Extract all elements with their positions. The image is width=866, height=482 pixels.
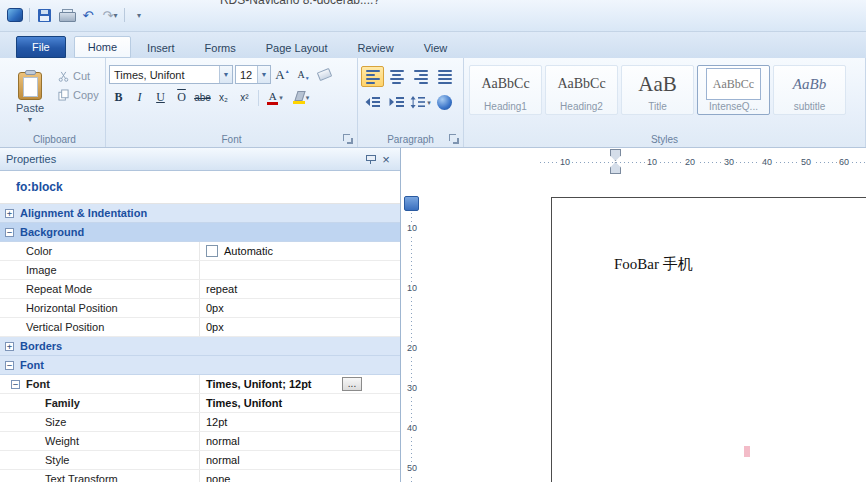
paste-button[interactable]: Paste ▼ xyxy=(7,61,53,129)
copy-button[interactable]: Copy xyxy=(58,89,99,101)
property-value[interactable]: normal xyxy=(200,451,400,469)
property-value[interactable]: 12pt xyxy=(200,413,400,431)
color-swatch[interactable] xyxy=(206,245,218,257)
chevron-down-icon[interactable]: ▼ xyxy=(257,66,270,83)
collapse-icon[interactable]: − xyxy=(5,361,14,370)
decrease-indent-button[interactable] xyxy=(361,92,384,113)
superscript-button[interactable]: x² xyxy=(235,88,254,107)
property-row-horizontal-position[interactable]: Horizontal Position0px xyxy=(0,299,400,318)
category-row-font[interactable]: −Font xyxy=(0,356,400,375)
font-family-select[interactable]: Times, Unifont ▼ xyxy=(109,65,233,84)
style-item-heading2[interactable]: AaBbCcHeading2 xyxy=(545,65,618,115)
property-value[interactable]: none xyxy=(200,470,400,482)
property-value[interactable]: 0px xyxy=(200,318,400,336)
property-name: Horizontal Position xyxy=(0,299,200,317)
vertical-ruler[interactable]: 101020304050 xyxy=(403,196,420,482)
document-text[interactable]: FooBar 手机 xyxy=(614,255,693,274)
italic-button[interactable]: I xyxy=(130,88,149,107)
align-left-button[interactable] xyxy=(361,66,384,87)
separator xyxy=(29,8,30,22)
property-row-text-transform[interactable]: Text Transformnone xyxy=(0,470,400,482)
paragraph-group-footer: Paragraph xyxy=(361,131,460,147)
qat-customize-button[interactable]: ▾ xyxy=(130,6,148,24)
ruler-handle[interactable] xyxy=(404,196,419,211)
increase-indent-button[interactable] xyxy=(385,92,408,113)
refresh-button[interactable] xyxy=(433,92,456,113)
subscript-button[interactable]: x₂ xyxy=(214,88,233,107)
style-item-title[interactable]: AaBTitle xyxy=(621,65,694,115)
justify-button[interactable] xyxy=(433,66,456,87)
property-row-color[interactable]: ColorAutomatic xyxy=(0,242,400,261)
property-name: Style xyxy=(0,451,200,469)
property-value[interactable] xyxy=(200,261,400,279)
underline-button[interactable]: U xyxy=(151,88,170,107)
overline-button[interactable]: O xyxy=(172,88,191,107)
tab-forms[interactable]: Forms xyxy=(191,36,250,58)
property-row-weight[interactable]: Weightnormal xyxy=(0,432,400,451)
property-value[interactable]: normal xyxy=(200,432,400,450)
property-row-font[interactable]: −FontTimes, Unifont; 12pt... xyxy=(0,375,400,394)
property-row-repeat-mode[interactable]: Repeat Moderepeat xyxy=(0,280,400,299)
highlight-button[interactable]: ▾ xyxy=(289,88,313,107)
align-right-button[interactable] xyxy=(409,66,432,87)
collapse-icon[interactable]: − xyxy=(5,228,14,237)
style-item-subtitle[interactable]: AaBbsubtitle xyxy=(773,65,846,115)
font-dialog-launcher[interactable] xyxy=(343,134,353,144)
tab-file[interactable]: File xyxy=(16,36,66,58)
category-row-background[interactable]: −Background xyxy=(0,223,400,242)
horizontal-ruler[interactable]: 10102030405060 xyxy=(540,149,866,175)
property-row-size[interactable]: Size12pt xyxy=(0,413,400,432)
tab-page-layout[interactable]: Page Layout xyxy=(252,36,342,58)
property-value[interactable]: Times, Unifont xyxy=(200,394,400,412)
undo-button[interactable]: ↶ xyxy=(79,6,97,24)
grow-font-button[interactable]: A▲ xyxy=(273,65,292,84)
chevron-down-icon[interactable]: ▼ xyxy=(219,66,232,83)
expand-icon[interactable]: + xyxy=(5,209,14,218)
property-value[interactable]: repeat xyxy=(200,280,400,298)
shrink-font-letter: A xyxy=(297,69,304,80)
tab-home[interactable]: Home xyxy=(74,36,131,58)
expand-icon[interactable]: + xyxy=(5,342,14,351)
line-spacing-button[interactable]: ▾ xyxy=(409,92,432,113)
tab-view[interactable]: View xyxy=(410,36,462,58)
tab-review[interactable]: Review xyxy=(344,36,408,58)
styles-group-content: AaBbCcHeading1AaBbCcHeading2AaBTitleAaBb… xyxy=(467,61,862,131)
font-color-button[interactable]: A ▾ xyxy=(263,88,287,107)
category-row-alignment-indentation[interactable]: +Alignment & Indentation xyxy=(0,204,400,223)
property-row-family[interactable]: FamilyTimes, Unifont xyxy=(0,394,400,413)
increase-indent-icon xyxy=(389,96,405,109)
save-button[interactable] xyxy=(35,6,53,24)
category-row-borders[interactable]: +Borders xyxy=(0,337,400,356)
paragraph-row-1 xyxy=(361,66,460,87)
property-value[interactable]: Times, Unifont; 12pt... xyxy=(200,375,400,393)
font-size-select[interactable]: 12 ▼ xyxy=(235,65,271,84)
property-value[interactable]: Automatic xyxy=(200,242,400,260)
document-page[interactable]: FooBar 手机 xyxy=(551,197,866,482)
ellipsis-button[interactable]: ... xyxy=(342,377,362,391)
property-value[interactable]: 0px xyxy=(200,299,400,317)
cut-button[interactable]: Cut xyxy=(58,70,99,82)
align-center-button[interactable] xyxy=(385,66,408,87)
close-panel-button[interactable]: × xyxy=(378,151,394,167)
property-row-image[interactable]: Image xyxy=(0,261,400,280)
style-item-intenseq[interactable]: AaBbCcIntenseQ... xyxy=(697,65,770,115)
clear-formatting-button[interactable] xyxy=(315,65,334,84)
tab-insert[interactable]: Insert xyxy=(133,36,189,58)
shrink-font-button[interactable]: A▼ xyxy=(294,65,313,84)
red-color-bar xyxy=(267,102,278,105)
app-icon[interactable] xyxy=(6,6,24,24)
font-color-letter: A xyxy=(269,91,277,101)
properties-panel: Properties × fo:block +Alignment & Inden… xyxy=(0,148,401,482)
copy-icon xyxy=(58,89,69,101)
style-item-heading1[interactable]: AaBbCcHeading1 xyxy=(469,65,542,115)
collapse-icon[interactable]: − xyxy=(11,380,20,389)
property-row-style[interactable]: Stylenormal xyxy=(0,451,400,470)
bold-button[interactable]: B xyxy=(109,88,128,107)
font-row-2: B I U O abe x₂ x² A ▾ ▾ xyxy=(109,88,354,107)
redo-button[interactable]: ↷▾ xyxy=(101,6,119,24)
property-row-vertical-position[interactable]: Vertical Position0px xyxy=(0,318,400,337)
strikethrough-button[interactable]: abe xyxy=(193,88,212,107)
paragraph-dialog-launcher[interactable] xyxy=(449,134,459,144)
pin-panel-button[interactable] xyxy=(362,151,378,167)
print-button[interactable] xyxy=(57,6,75,24)
